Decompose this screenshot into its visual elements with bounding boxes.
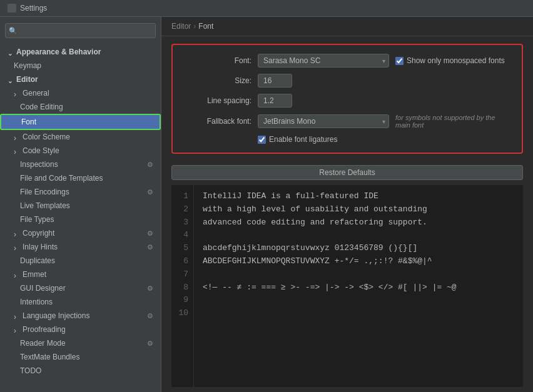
line-spacing-label: Line spacing: <box>183 96 251 105</box>
chevron-right-icon <box>14 326 20 333</box>
line-spacing-row: Line spacing: <box>183 94 512 108</box>
sidebar-item-inlay-hints[interactable]: Inlay Hints ⚙ <box>0 240 161 254</box>
enable-ligatures-checkbox[interactable] <box>258 136 266 144</box>
font-settings-panel: Font: Sarasa Mono SC JetBrains Mono Cons… <box>171 44 523 154</box>
code-line: ABCDEFGHIJKLMNOPQRSTUVWXYZ +-*/= .,;:!? … <box>203 256 432 266</box>
code-line: <!— -- ≠ := === ≥ >- -=> |-> -> <$> </> … <box>203 283 457 292</box>
breadcrumb-separator: › <box>193 22 196 31</box>
size-input[interactable] <box>258 74 292 88</box>
ligatures-row: Enable font ligatures <box>258 135 512 144</box>
sidebar-item-reader-mode[interactable]: Reader Mode ⚙ <box>0 336 161 350</box>
size-control-wrap <box>258 74 512 88</box>
chevron-right-icon <box>14 313 20 319</box>
line-number: 5 <box>176 242 188 255</box>
sidebar-item-todo[interactable]: TODO <box>0 364 161 378</box>
code-preview: IntelliJ IDEA is a full-featured IDE wit… <box>194 185 523 387</box>
font-control-wrap: Sarasa Mono SC JetBrains Mono Consolas C… <box>258 54 512 68</box>
settings-icon: ⚙ <box>146 229 155 238</box>
chevron-right-icon <box>14 271 20 278</box>
code-line: IntelliJ IDEA is a full-featured IDE <box>203 191 378 201</box>
settings-icon: ⚙ <box>146 311 155 320</box>
fallback-font-label: Fallback font: <box>183 117 251 126</box>
sidebar-item-duplicates[interactable]: Duplicates <box>0 254 161 268</box>
show-monospaced-checkbox[interactable] <box>395 57 404 65</box>
line-number: 7 <box>176 268 188 281</box>
enable-ligatures-label[interactable]: Enable font ligatures <box>258 135 337 144</box>
breadcrumb-current: Font <box>198 22 213 31</box>
show-monospaced-label[interactable]: Show only monospaced fonts <box>395 56 505 65</box>
sidebar-item-code-style[interactable]: Code Style <box>0 144 161 158</box>
code-line: abcdefghijklmnopqrstuvwxyz 0123456789 ()… <box>203 243 417 253</box>
sidebar-item-editor[interactable]: Editor <box>0 73 161 86</box>
main-layout: 🔍 Appearance & Behavior Keymap Editor Ge… <box>0 17 533 392</box>
sidebar-item-file-encodings[interactable]: File Encodings ⚙ <box>0 185 161 199</box>
fallback-font-dropdown[interactable]: JetBrains Mono Consolas Courier New <box>258 114 389 128</box>
sidebar-item-live-templates[interactable]: Live Templates <box>0 199 161 213</box>
font-dropdown[interactable]: Sarasa Mono SC JetBrains Mono Consolas C… <box>258 54 389 68</box>
sidebar-item-inspections[interactable]: Inspections ⚙ <box>0 158 161 171</box>
line-number: 10 <box>176 307 188 320</box>
search-input[interactable] <box>5 23 156 38</box>
settings-icon: ⚙ <box>146 339 155 348</box>
sidebar-item-proofreading[interactable]: Proofreading <box>0 323 161 336</box>
font-label: Font: <box>183 56 251 65</box>
sidebar-item-file-types[interactable]: File Types <box>0 213 161 226</box>
window-title: Settings <box>20 4 47 13</box>
sidebar-item-general[interactable]: General <box>0 86 161 100</box>
title-bar: Settings <box>0 0 533 17</box>
search-icon: 🔍 <box>9 27 18 35</box>
sidebar-item-keymap[interactable]: Keymap <box>0 59 161 73</box>
line-number: 3 <box>176 216 188 229</box>
chevron-down-icon <box>8 49 14 55</box>
fallback-font-dropdown-wrap: JetBrains Mono Consolas Courier New <box>258 114 389 128</box>
line-spacing-input[interactable] <box>258 94 292 108</box>
app-icon <box>8 4 16 13</box>
font-dropdown-wrap: Sarasa Mono SC JetBrains Mono Consolas C… <box>258 54 389 68</box>
fallback-note: for symbols not supported by the main fo… <box>395 114 512 129</box>
sidebar: 🔍 Appearance & Behavior Keymap Editor Ge… <box>0 17 161 392</box>
sidebar-item-textmate-bundles[interactable]: TextMate Bundles <box>0 350 161 364</box>
sidebar-item-copyright[interactable]: Copyright ⚙ <box>0 226 161 240</box>
sidebar-item-font[interactable]: Font <box>0 114 161 130</box>
sidebar-item-file-and-code-templates[interactable]: File and Code Templates <box>0 171 161 185</box>
chevron-right-icon <box>14 244 20 250</box>
line-numbers: 1 2 3 4 5 6 7 8 9 10 <box>171 185 194 387</box>
search-box[interactable]: 🔍 <box>5 23 156 38</box>
settings-icon: ⚙ <box>146 160 155 169</box>
sidebar-item-intentions[interactable]: Intentions <box>0 295 161 309</box>
breadcrumb: Editor › Font <box>161 17 533 36</box>
line-number: 1 <box>176 190 188 203</box>
settings-icon: ⚙ <box>146 188 155 196</box>
sidebar-item-appearance[interactable]: Appearance & Behavior <box>0 45 161 59</box>
line-number: 4 <box>176 229 188 242</box>
fallback-font-control-wrap: JetBrains Mono Consolas Courier New for … <box>258 114 512 129</box>
settings-icon: ⚙ <box>146 243 155 251</box>
line-number: 9 <box>176 294 188 307</box>
sidebar-item-color-scheme[interactable]: Color Scheme <box>0 130 161 144</box>
font-row: Font: Sarasa Mono SC JetBrains Mono Cons… <box>183 54 512 68</box>
sidebar-item-emmet[interactable]: Emmet <box>0 268 161 281</box>
preview-area: 1 2 3 4 5 6 7 8 9 10 IntelliJ IDEA is a … <box>171 185 523 387</box>
sidebar-item-code-editing[interactable]: Code Editing <box>0 100 161 114</box>
line-spacing-control-wrap <box>258 94 512 108</box>
fallback-font-row: Fallback font: JetBrains Mono Consolas C… <box>183 114 512 129</box>
chevron-right-icon <box>14 148 20 154</box>
line-number: 8 <box>176 281 188 294</box>
settings-icon: ⚙ <box>146 284 155 293</box>
code-line: with a high level of usability and outst… <box>203 204 427 214</box>
sidebar-nav: Appearance & Behavior Keymap Editor Gene… <box>0 43 161 379</box>
content-area: Editor › Font Font: Sarasa Mono SC JetBr… <box>161 17 533 392</box>
sidebar-item-language-injections[interactable]: Language Injections ⚙ <box>0 309 161 323</box>
size-row: Size: <box>183 74 512 88</box>
chevron-down-icon <box>8 76 14 83</box>
size-label: Size: <box>183 76 251 85</box>
chevron-right-icon <box>14 134 20 140</box>
line-number: 6 <box>176 255 188 268</box>
line-number: 2 <box>176 203 188 216</box>
restore-defaults-button[interactable]: Restore Defaults <box>171 165 523 180</box>
sidebar-item-gui-designer[interactable]: GUI Designer ⚙ <box>0 281 161 295</box>
chevron-right-icon <box>14 90 20 96</box>
chevron-right-icon <box>14 230 20 236</box>
breadcrumb-parent: Editor <box>171 22 191 31</box>
code-line: advanced code editing and refactoring su… <box>203 218 427 227</box>
